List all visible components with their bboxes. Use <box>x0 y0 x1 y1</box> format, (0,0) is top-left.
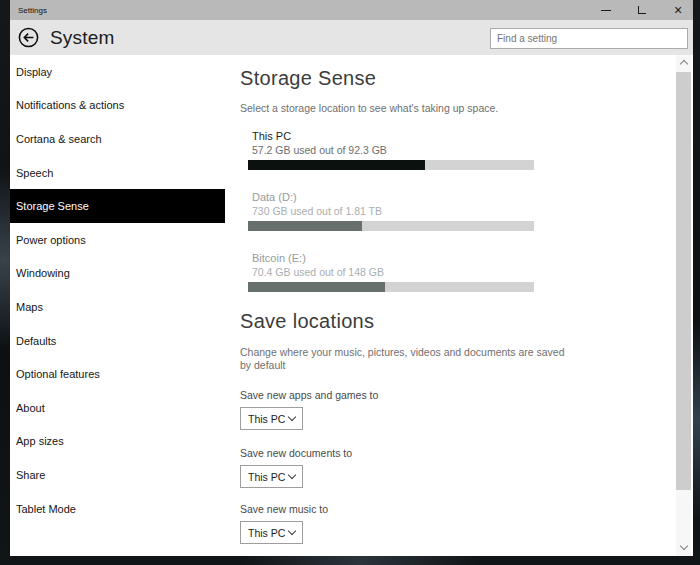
drive-row-this-pc[interactable]: This PC 57.2 GB used out of 92.3 GB <box>248 130 534 170</box>
window-title: Settings <box>18 6 47 15</box>
scrollbar-thumb[interactable] <box>676 72 691 490</box>
drive-usage: 730 GB used out of 1.81 TB <box>248 205 534 217</box>
chevron-down-icon <box>288 413 296 421</box>
drive-usage-bar <box>248 160 534 170</box>
sidebar-item-tablet-mode[interactable]: Tablet Mode <box>10 492 225 526</box>
drive-usage: 70.4 GB used out of 148 GB <box>248 266 534 278</box>
desktop-background: Settings × System Display Notifications … <box>0 0 700 565</box>
drive-name: Data (D:) <box>248 191 534 203</box>
sidebar-item-app-sizes[interactable]: App sizes <box>10 425 225 459</box>
chevron-down-icon <box>288 527 296 535</box>
save-documents-selector: Save new documents to This PC <box>240 447 352 488</box>
drive-name: Bitcoin (E:) <box>248 252 534 264</box>
main-panel: Storage Sense Select a storage location … <box>240 55 667 556</box>
sidebar: Display Notifications & actions Cortana … <box>10 55 225 556</box>
save-documents-dropdown[interactable]: This PC <box>240 465 303 488</box>
drive-usage-bar <box>248 221 534 231</box>
drive-usage-fill <box>248 160 425 170</box>
sidebar-item-storage-sense[interactable]: Storage Sense <box>10 189 225 223</box>
sidebar-item-about[interactable]: About <box>10 391 225 425</box>
scroll-down-button[interactable] <box>676 539 691 554</box>
save-apps-games-selector: Save new apps and games to This PC <box>240 389 378 430</box>
page-header: System <box>10 20 693 55</box>
save-apps-games-dropdown[interactable]: This PC <box>240 407 303 430</box>
drive-usage: 57.2 GB used out of 92.3 GB <box>248 144 534 156</box>
selector-label: Save new apps and games to <box>240 389 378 401</box>
search-input[interactable] <box>490 28 688 49</box>
content-area: Display Notifications & actions Cortana … <box>10 55 693 556</box>
drive-usage-fill <box>248 282 385 292</box>
save-locations-title: Save locations <box>240 310 374 333</box>
sidebar-item-display[interactable]: Display <box>10 55 225 89</box>
titlebar[interactable]: Settings × <box>10 0 693 20</box>
minimize-button[interactable] <box>599 3 613 17</box>
selector-label: Save new documents to <box>240 447 352 459</box>
vertical-scrollbar[interactable] <box>676 55 691 556</box>
save-locations-description: Change where your music, pictures, video… <box>240 346 575 372</box>
sidebar-item-power-options[interactable]: Power options <box>10 223 225 257</box>
sidebar-item-notifications-actions[interactable]: Notifications & actions <box>10 89 225 123</box>
sidebar-item-cortana-search[interactable]: Cortana & search <box>10 122 225 156</box>
settings-window: Settings × System Display Notifications … <box>10 0 693 556</box>
sidebar-item-speech[interactable]: Speech <box>10 156 225 190</box>
drive-row-data-d[interactable]: Data (D:) 730 GB used out of 1.81 TB <box>248 191 534 231</box>
chevron-up-icon <box>679 60 687 68</box>
minimize-icon <box>601 10 611 11</box>
sidebar-item-optional-features[interactable]: Optional features <box>10 357 225 391</box>
dropdown-value: This PC <box>248 413 285 425</box>
back-button[interactable] <box>18 27 39 48</box>
drive-row-bitcoin-e[interactable]: Bitcoin (E:) 70.4 GB used out of 148 GB <box>248 252 534 292</box>
sidebar-item-defaults[interactable]: Defaults <box>10 324 225 358</box>
selector-label: Save new music to <box>240 503 328 515</box>
maximize-button[interactable] <box>635 3 649 17</box>
save-music-selector: Save new music to This PC <box>240 503 328 544</box>
window-controls: × <box>599 0 685 20</box>
chevron-down-icon <box>288 471 296 479</box>
drive-list: This PC 57.2 GB used out of 92.3 GB Data… <box>248 130 534 313</box>
storage-sense-title: Storage Sense <box>240 67 376 90</box>
close-button[interactable]: × <box>671 3 685 17</box>
sidebar-item-windowing[interactable]: Windowing <box>10 257 225 291</box>
drive-name: This PC <box>248 130 534 142</box>
dropdown-value: This PC <box>248 471 285 483</box>
page-title: System <box>50 27 115 49</box>
chevron-down-icon <box>679 541 687 549</box>
drive-usage-fill <box>248 221 362 231</box>
drive-usage-bar <box>248 282 534 292</box>
close-icon: × <box>674 3 682 17</box>
sidebar-item-share[interactable]: Share <box>10 458 225 492</box>
save-music-dropdown[interactable]: This PC <box>240 521 303 544</box>
sidebar-item-maps[interactable]: Maps <box>10 290 225 324</box>
maximize-icon <box>638 6 646 14</box>
scroll-up-button[interactable] <box>676 55 691 70</box>
dropdown-value: This PC <box>248 527 285 539</box>
storage-sense-description: Select a storage location to see what's … <box>240 102 498 114</box>
